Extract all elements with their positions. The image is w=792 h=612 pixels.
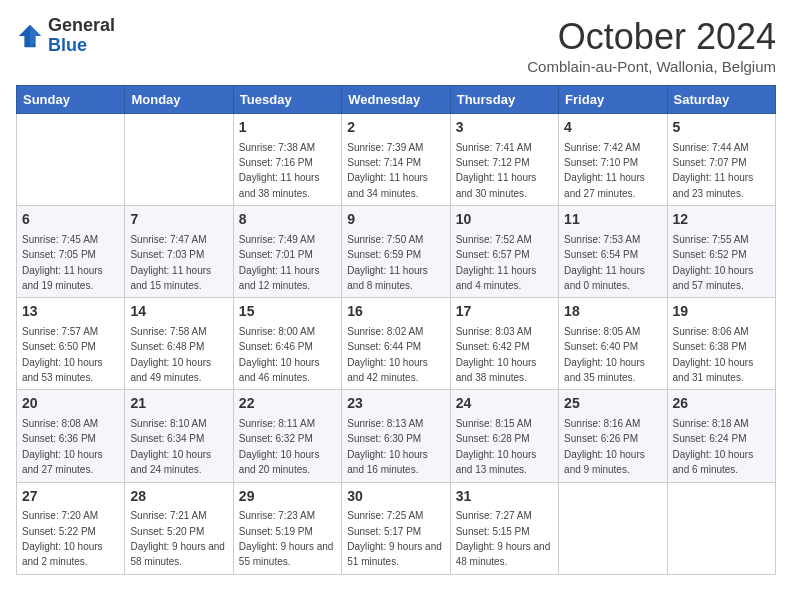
column-header-saturday: Saturday xyxy=(667,86,775,114)
day-info: Sunrise: 7:52 AM Sunset: 6:57 PM Dayligh… xyxy=(456,234,539,291)
calendar-cell: 12Sunrise: 7:55 AM Sunset: 6:52 PM Dayli… xyxy=(667,206,775,298)
calendar-cell: 19Sunrise: 8:06 AM Sunset: 6:38 PM Dayli… xyxy=(667,298,775,390)
calendar-cell: 20Sunrise: 8:08 AM Sunset: 6:36 PM Dayli… xyxy=(17,390,125,482)
day-info: Sunrise: 7:44 AM Sunset: 7:07 PM Dayligh… xyxy=(673,142,756,199)
calendar-week-row: 13Sunrise: 7:57 AM Sunset: 6:50 PM Dayli… xyxy=(17,298,776,390)
day-number: 22 xyxy=(239,394,336,414)
calendar-cell: 17Sunrise: 8:03 AM Sunset: 6:42 PM Dayli… xyxy=(450,298,558,390)
title-block: October 2024 Comblain-au-Pont, Wallonia,… xyxy=(527,16,776,75)
calendar-cell xyxy=(17,114,125,206)
calendar-cell: 16Sunrise: 8:02 AM Sunset: 6:44 PM Dayli… xyxy=(342,298,450,390)
day-info: Sunrise: 7:42 AM Sunset: 7:10 PM Dayligh… xyxy=(564,142,647,199)
day-number: 20 xyxy=(22,394,119,414)
calendar-cell: 28Sunrise: 7:21 AM Sunset: 5:20 PM Dayli… xyxy=(125,482,233,574)
day-info: Sunrise: 7:25 AM Sunset: 5:17 PM Dayligh… xyxy=(347,510,444,567)
day-number: 26 xyxy=(673,394,770,414)
month-title: October 2024 xyxy=(527,16,776,58)
day-info: Sunrise: 7:47 AM Sunset: 7:03 PM Dayligh… xyxy=(130,234,213,291)
calendar-cell xyxy=(125,114,233,206)
column-header-monday: Monday xyxy=(125,86,233,114)
day-info: Sunrise: 8:16 AM Sunset: 6:26 PM Dayligh… xyxy=(564,418,647,475)
day-info: Sunrise: 7:49 AM Sunset: 7:01 PM Dayligh… xyxy=(239,234,322,291)
day-number: 14 xyxy=(130,302,227,322)
calendar-cell: 31Sunrise: 7:27 AM Sunset: 5:15 PM Dayli… xyxy=(450,482,558,574)
day-info: Sunrise: 8:10 AM Sunset: 6:34 PM Dayligh… xyxy=(130,418,213,475)
day-number: 16 xyxy=(347,302,444,322)
day-number: 15 xyxy=(239,302,336,322)
calendar-cell: 15Sunrise: 8:00 AM Sunset: 6:46 PM Dayli… xyxy=(233,298,341,390)
calendar-cell: 13Sunrise: 7:57 AM Sunset: 6:50 PM Dayli… xyxy=(17,298,125,390)
calendar-week-row: 27Sunrise: 7:20 AM Sunset: 5:22 PM Dayli… xyxy=(17,482,776,574)
logo-general-text: General xyxy=(48,15,115,35)
day-info: Sunrise: 7:38 AM Sunset: 7:16 PM Dayligh… xyxy=(239,142,322,199)
day-number: 1 xyxy=(239,118,336,138)
calendar-header-row: SundayMondayTuesdayWednesdayThursdayFrid… xyxy=(17,86,776,114)
day-info: Sunrise: 7:55 AM Sunset: 6:52 PM Dayligh… xyxy=(673,234,756,291)
calendar-cell: 21Sunrise: 8:10 AM Sunset: 6:34 PM Dayli… xyxy=(125,390,233,482)
location-subtitle: Comblain-au-Pont, Wallonia, Belgium xyxy=(527,58,776,75)
day-info: Sunrise: 7:53 AM Sunset: 6:54 PM Dayligh… xyxy=(564,234,647,291)
calendar-cell: 8Sunrise: 7:49 AM Sunset: 7:01 PM Daylig… xyxy=(233,206,341,298)
calendar-cell: 30Sunrise: 7:25 AM Sunset: 5:17 PM Dayli… xyxy=(342,482,450,574)
day-number: 19 xyxy=(673,302,770,322)
day-info: Sunrise: 8:02 AM Sunset: 6:44 PM Dayligh… xyxy=(347,326,430,383)
day-number: 5 xyxy=(673,118,770,138)
day-number: 28 xyxy=(130,487,227,507)
day-info: Sunrise: 8:00 AM Sunset: 6:46 PM Dayligh… xyxy=(239,326,322,383)
day-number: 11 xyxy=(564,210,661,230)
column-header-tuesday: Tuesday xyxy=(233,86,341,114)
day-info: Sunrise: 7:23 AM Sunset: 5:19 PM Dayligh… xyxy=(239,510,336,567)
day-number: 4 xyxy=(564,118,661,138)
calendar-cell: 29Sunrise: 7:23 AM Sunset: 5:19 PM Dayli… xyxy=(233,482,341,574)
day-number: 17 xyxy=(456,302,553,322)
day-info: Sunrise: 7:21 AM Sunset: 5:20 PM Dayligh… xyxy=(130,510,227,567)
day-number: 10 xyxy=(456,210,553,230)
calendar-cell xyxy=(667,482,775,574)
day-number: 21 xyxy=(130,394,227,414)
page-header: General Blue October 2024 Comblain-au-Po… xyxy=(16,16,776,75)
calendar-cell: 7Sunrise: 7:47 AM Sunset: 7:03 PM Daylig… xyxy=(125,206,233,298)
day-number: 3 xyxy=(456,118,553,138)
calendar-week-row: 1Sunrise: 7:38 AM Sunset: 7:16 PM Daylig… xyxy=(17,114,776,206)
calendar-table: SundayMondayTuesdayWednesdayThursdayFrid… xyxy=(16,85,776,575)
day-number: 2 xyxy=(347,118,444,138)
calendar-cell: 25Sunrise: 8:16 AM Sunset: 6:26 PM Dayli… xyxy=(559,390,667,482)
day-info: Sunrise: 8:05 AM Sunset: 6:40 PM Dayligh… xyxy=(564,326,647,383)
calendar-cell: 18Sunrise: 8:05 AM Sunset: 6:40 PM Dayli… xyxy=(559,298,667,390)
calendar-cell: 2Sunrise: 7:39 AM Sunset: 7:14 PM Daylig… xyxy=(342,114,450,206)
day-info: Sunrise: 7:39 AM Sunset: 7:14 PM Dayligh… xyxy=(347,142,430,199)
calendar-week-row: 20Sunrise: 8:08 AM Sunset: 6:36 PM Dayli… xyxy=(17,390,776,482)
calendar-cell xyxy=(559,482,667,574)
column-header-friday: Friday xyxy=(559,86,667,114)
day-info: Sunrise: 8:03 AM Sunset: 6:42 PM Dayligh… xyxy=(456,326,539,383)
logo-blue-text: Blue xyxy=(48,35,87,55)
day-info: Sunrise: 8:18 AM Sunset: 6:24 PM Dayligh… xyxy=(673,418,756,475)
calendar-cell: 26Sunrise: 8:18 AM Sunset: 6:24 PM Dayli… xyxy=(667,390,775,482)
day-number: 8 xyxy=(239,210,336,230)
day-number: 27 xyxy=(22,487,119,507)
calendar-week-row: 6Sunrise: 7:45 AM Sunset: 7:05 PM Daylig… xyxy=(17,206,776,298)
day-info: Sunrise: 7:50 AM Sunset: 6:59 PM Dayligh… xyxy=(347,234,430,291)
day-info: Sunrise: 8:08 AM Sunset: 6:36 PM Dayligh… xyxy=(22,418,105,475)
day-number: 30 xyxy=(347,487,444,507)
logo: General Blue xyxy=(16,16,115,56)
logo-icon xyxy=(16,22,44,50)
day-number: 12 xyxy=(673,210,770,230)
calendar-cell: 9Sunrise: 7:50 AM Sunset: 6:59 PM Daylig… xyxy=(342,206,450,298)
calendar-cell: 11Sunrise: 7:53 AM Sunset: 6:54 PM Dayli… xyxy=(559,206,667,298)
calendar-cell: 23Sunrise: 8:13 AM Sunset: 6:30 PM Dayli… xyxy=(342,390,450,482)
logo-text: General Blue xyxy=(48,16,115,56)
calendar-cell: 10Sunrise: 7:52 AM Sunset: 6:57 PM Dayli… xyxy=(450,206,558,298)
calendar-cell: 3Sunrise: 7:41 AM Sunset: 7:12 PM Daylig… xyxy=(450,114,558,206)
day-number: 7 xyxy=(130,210,227,230)
day-info: Sunrise: 7:41 AM Sunset: 7:12 PM Dayligh… xyxy=(456,142,539,199)
day-number: 23 xyxy=(347,394,444,414)
day-info: Sunrise: 8:13 AM Sunset: 6:30 PM Dayligh… xyxy=(347,418,430,475)
day-number: 25 xyxy=(564,394,661,414)
calendar-cell: 27Sunrise: 7:20 AM Sunset: 5:22 PM Dayli… xyxy=(17,482,125,574)
day-number: 29 xyxy=(239,487,336,507)
day-info: Sunrise: 8:06 AM Sunset: 6:38 PM Dayligh… xyxy=(673,326,756,383)
day-info: Sunrise: 7:45 AM Sunset: 7:05 PM Dayligh… xyxy=(22,234,105,291)
column-header-wednesday: Wednesday xyxy=(342,86,450,114)
day-number: 24 xyxy=(456,394,553,414)
